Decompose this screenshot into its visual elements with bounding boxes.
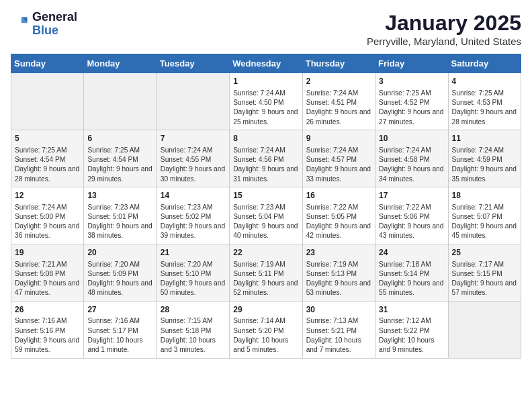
day-number: 1 (233, 76, 298, 87)
calendar-cell: 7Sunrise: 7:24 AM Sunset: 4:55 PM Daylig… (157, 130, 229, 187)
calendar-cell: 12Sunrise: 7:24 AM Sunset: 5:00 PM Dayli… (11, 187, 84, 244)
calendar-cell: 30Sunrise: 7:13 AM Sunset: 5:21 PM Dayli… (302, 301, 375, 358)
day-number: 24 (379, 247, 444, 259)
day-info: Sunrise: 7:24 AM Sunset: 4:58 PM Dayligh… (379, 146, 444, 184)
calendar-cell: 21Sunrise: 7:20 AM Sunset: 5:10 PM Dayli… (157, 244, 229, 301)
day-info: Sunrise: 7:12 AM Sunset: 5:22 PM Dayligh… (379, 316, 444, 355)
day-info: Sunrise: 7:23 AM Sunset: 5:04 PM Dayligh… (233, 203, 298, 241)
day-header-thursday: Thursday (302, 54, 375, 73)
day-number: 8 (233, 133, 298, 144)
day-number: 30 (306, 304, 371, 316)
day-info: Sunrise: 7:14 AM Sunset: 5:20 PM Dayligh… (233, 316, 298, 355)
calendar-cell: 5Sunrise: 7:25 AM Sunset: 4:54 PM Daylig… (11, 130, 84, 187)
day-info: Sunrise: 7:22 AM Sunset: 5:06 PM Dayligh… (379, 203, 444, 241)
calendar-cell (157, 73, 229, 130)
calendar-cell: 11Sunrise: 7:24 AM Sunset: 4:59 PM Dayli… (448, 130, 521, 187)
calendar-cell: 27Sunrise: 7:16 AM Sunset: 5:17 PM Dayli… (84, 301, 157, 358)
calendar-cell: 18Sunrise: 7:21 AM Sunset: 5:07 PM Dayli… (448, 187, 521, 244)
calendar-cell: 15Sunrise: 7:23 AM Sunset: 5:04 PM Dayli… (230, 187, 302, 244)
calendar-cell: 17Sunrise: 7:22 AM Sunset: 5:06 PM Dayli… (375, 187, 448, 244)
day-number: 9 (306, 133, 371, 144)
calendar-title: January 2025 (367, 11, 521, 36)
logo: General Blue (11, 11, 77, 38)
calendar-week-row: 5Sunrise: 7:25 AM Sunset: 4:54 PM Daylig… (11, 130, 521, 187)
day-info: Sunrise: 7:24 AM Sunset: 4:50 PM Dayligh… (233, 89, 298, 127)
day-info: Sunrise: 7:20 AM Sunset: 5:09 PM Dayligh… (87, 260, 152, 298)
calendar-week-row: 1Sunrise: 7:24 AM Sunset: 4:50 PM Daylig… (11, 73, 521, 130)
calendar-week-row: 26Sunrise: 7:16 AM Sunset: 5:16 PM Dayli… (11, 301, 521, 358)
day-number: 18 (452, 190, 517, 201)
day-number: 5 (15, 133, 80, 144)
calendar-cell (84, 73, 157, 130)
day-number: 21 (161, 247, 226, 259)
calendar-cell (11, 73, 84, 130)
day-info: Sunrise: 7:25 AM Sunset: 4:53 PM Dayligh… (452, 89, 517, 127)
calendar-week-row: 12Sunrise: 7:24 AM Sunset: 5:00 PM Dayli… (11, 187, 521, 244)
day-info: Sunrise: 7:22 AM Sunset: 5:05 PM Dayligh… (306, 203, 371, 241)
calendar-cell: 31Sunrise: 7:12 AM Sunset: 5:22 PM Dayli… (375, 301, 448, 358)
calendar-cell: 25Sunrise: 7:17 AM Sunset: 5:15 PM Dayli… (448, 244, 521, 301)
logo-icon (11, 15, 30, 34)
day-info: Sunrise: 7:25 AM Sunset: 4:54 PM Dayligh… (15, 146, 80, 184)
calendar-cell: 6Sunrise: 7:25 AM Sunset: 4:54 PM Daylig… (84, 130, 157, 187)
day-info: Sunrise: 7:17 AM Sunset: 5:15 PM Dayligh… (452, 260, 517, 298)
calendar-subtitle: Perryville, Maryland, United States (367, 36, 521, 47)
calendar-cell: 10Sunrise: 7:24 AM Sunset: 4:58 PM Dayli… (375, 130, 448, 187)
day-info: Sunrise: 7:13 AM Sunset: 5:21 PM Dayligh… (306, 316, 371, 355)
day-number: 28 (161, 304, 226, 316)
day-number: 11 (452, 133, 517, 144)
day-info: Sunrise: 7:21 AM Sunset: 5:07 PM Dayligh… (452, 203, 517, 241)
calendar-table: SundayMondayTuesdayWednesdayThursdayFrid… (11, 54, 521, 359)
page-header: General Blue January 2025 Perryville, Ma… (11, 11, 521, 47)
day-number: 7 (161, 133, 226, 144)
day-number: 22 (233, 247, 298, 259)
day-number: 31 (379, 304, 444, 316)
day-number: 23 (306, 247, 371, 259)
calendar-week-row: 19Sunrise: 7:21 AM Sunset: 5:08 PM Dayli… (11, 244, 521, 301)
calendar-cell: 29Sunrise: 7:14 AM Sunset: 5:20 PM Dayli… (230, 301, 302, 358)
day-info: Sunrise: 7:24 AM Sunset: 4:56 PM Dayligh… (233, 146, 298, 184)
day-info: Sunrise: 7:25 AM Sunset: 4:54 PM Dayligh… (87, 146, 152, 184)
calendar-cell: 13Sunrise: 7:23 AM Sunset: 5:01 PM Dayli… (84, 187, 157, 244)
calendar-cell: 16Sunrise: 7:22 AM Sunset: 5:05 PM Dayli… (302, 187, 375, 244)
day-info: Sunrise: 7:23 AM Sunset: 5:01 PM Dayligh… (87, 203, 152, 241)
day-number: 29 (233, 304, 298, 316)
calendar-cell: 2Sunrise: 7:24 AM Sunset: 4:51 PM Daylig… (302, 73, 375, 130)
day-info: Sunrise: 7:15 AM Sunset: 5:18 PM Dayligh… (161, 316, 226, 355)
day-number: 19 (15, 247, 80, 259)
day-number: 20 (87, 247, 152, 259)
day-info: Sunrise: 7:24 AM Sunset: 4:51 PM Dayligh… (306, 89, 371, 127)
day-header-wednesday: Wednesday (230, 54, 302, 73)
day-number: 12 (15, 190, 80, 201)
day-info: Sunrise: 7:16 AM Sunset: 5:16 PM Dayligh… (15, 316, 80, 355)
day-header-tuesday: Tuesday (157, 54, 229, 73)
day-number: 2 (306, 76, 371, 87)
day-info: Sunrise: 7:24 AM Sunset: 5:00 PM Dayligh… (15, 203, 80, 241)
day-number: 10 (379, 133, 444, 144)
calendar-cell: 8Sunrise: 7:24 AM Sunset: 4:56 PM Daylig… (230, 130, 302, 187)
day-number: 27 (87, 304, 152, 316)
day-header-friday: Friday (375, 54, 448, 73)
day-info: Sunrise: 7:20 AM Sunset: 5:10 PM Dayligh… (161, 260, 226, 298)
day-info: Sunrise: 7:19 AM Sunset: 5:13 PM Dayligh… (306, 260, 371, 298)
day-number: 16 (306, 190, 371, 201)
calendar-cell: 28Sunrise: 7:15 AM Sunset: 5:18 PM Dayli… (157, 301, 229, 358)
day-info: Sunrise: 7:19 AM Sunset: 5:11 PM Dayligh… (233, 260, 298, 298)
calendar-cell: 19Sunrise: 7:21 AM Sunset: 5:08 PM Dayli… (11, 244, 84, 301)
day-number: 3 (379, 76, 444, 87)
day-number: 6 (87, 133, 152, 144)
day-number: 17 (379, 190, 444, 201)
calendar-cell: 24Sunrise: 7:18 AM Sunset: 5:14 PM Dayli… (375, 244, 448, 301)
day-number: 26 (15, 304, 80, 316)
calendar-cell: 1Sunrise: 7:24 AM Sunset: 4:50 PM Daylig… (230, 73, 302, 130)
calendar-cell: 14Sunrise: 7:23 AM Sunset: 5:02 PM Dayli… (157, 187, 229, 244)
day-info: Sunrise: 7:21 AM Sunset: 5:08 PM Dayligh… (15, 260, 80, 298)
calendar-cell (448, 301, 521, 358)
calendar-cell: 23Sunrise: 7:19 AM Sunset: 5:13 PM Dayli… (302, 244, 375, 301)
calendar-cell: 20Sunrise: 7:20 AM Sunset: 5:09 PM Dayli… (84, 244, 157, 301)
title-block: January 2025 Perryville, Maryland, Unite… (367, 11, 521, 47)
day-info: Sunrise: 7:18 AM Sunset: 5:14 PM Dayligh… (379, 260, 444, 298)
calendar-cell: 22Sunrise: 7:19 AM Sunset: 5:11 PM Dayli… (230, 244, 302, 301)
day-header-monday: Monday (84, 54, 157, 73)
calendar-header-row: SundayMondayTuesdayWednesdayThursdayFrid… (11, 54, 521, 73)
